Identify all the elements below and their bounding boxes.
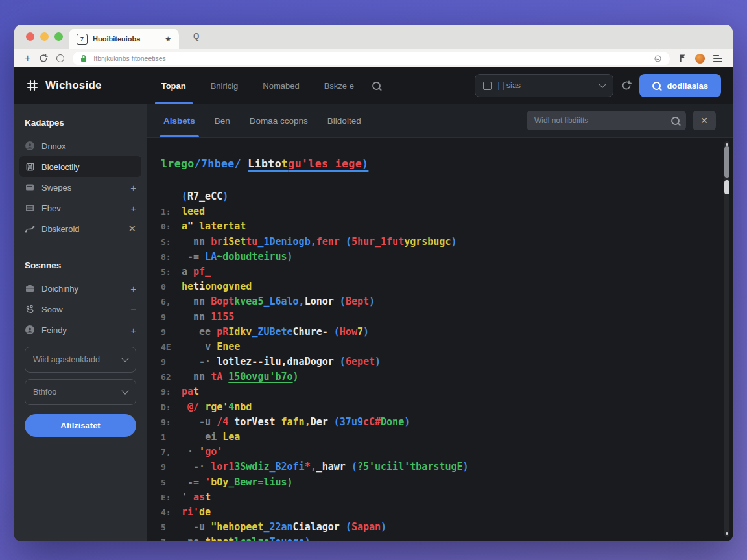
line-number: 9: [161, 460, 182, 474]
main-tab-2[interactable]: Domaa ccopns: [250, 104, 308, 137]
main-search-box[interactable]: [527, 111, 686, 130]
line-number: 1:: [161, 204, 182, 219]
code-segment: lcalzo: [234, 536, 269, 541]
code-line: 7, · 'go': [161, 445, 713, 460]
sidebar-item-action[interactable]: −: [130, 304, 136, 315]
refresh-icon[interactable]: [621, 80, 632, 91]
shield-icon[interactable]: [56, 54, 64, 62]
sidebar-item-action[interactable]: ✕: [128, 223, 136, 235]
scrollbar-thumb[interactable]: [724, 146, 729, 178]
search-icon: [652, 82, 661, 90]
main-tab-1[interactable]: Ben: [215, 104, 230, 137]
close-panel-button[interactable]: ✕: [693, 111, 716, 130]
sidebar-item-dnnox[interactable]: Dnnox: [19, 135, 141, 156]
browser-menu-icon[interactable]: [713, 55, 722, 62]
code-segment: ygrsbugc: [404, 236, 451, 248]
line-number: 5:: [161, 264, 182, 279]
new-tab-icon[interactable]: +: [25, 53, 30, 64]
code-segment: 5hur_1fut: [351, 236, 404, 248]
code-segment: go': [205, 446, 222, 458]
code-line: E:' ast: [161, 490, 713, 505]
code-segment: (: [351, 461, 357, 472]
sidebar-item-action[interactable]: +: [130, 203, 136, 214]
code-segment: ·: [187, 446, 199, 458]
profile-avatar[interactable]: [695, 54, 705, 64]
browser-tab[interactable]: 7 Huoibiteuioba ★: [69, 29, 179, 49]
window-icon: [483, 82, 492, 90]
nav-label: Bnirlclg: [211, 81, 239, 91]
sidebar-item-feindy[interactable]: Feindy+: [19, 320, 141, 340]
header-search-icon[interactable]: [372, 82, 381, 90]
filter-select-value: | | sias: [497, 81, 594, 90]
code-segment: [182, 476, 187, 488]
code-segment: /4: [217, 416, 234, 428]
adjacent-tab-icon[interactable]: Q: [193, 32, 199, 41]
nav-label: Bskze e: [324, 81, 354, 91]
code-segment: _1Deniogb,: [257, 236, 316, 248]
line-number: 9: [161, 310, 182, 325]
header-nav-item-1[interactable]: Bnirlclg: [211, 67, 239, 104]
code-segment: v: [205, 341, 217, 353]
filter-select[interactable]: | | sias: [475, 74, 613, 97]
tab-star-icon[interactable]: ★: [165, 35, 171, 43]
bookmark-icon[interactable]: [654, 54, 662, 63]
code-segment: nn: [193, 371, 211, 382]
sidebar-dropdown-1[interactable]: Wiid agastenkfadd: [25, 347, 136, 373]
sidebar-item-dbskeroid[interactable]: Dbskeroid✕: [19, 218, 141, 239]
extension-flag-icon[interactable]: [678, 54, 687, 63]
line-number: 9: [161, 355, 182, 369]
code-segment: onogvned: [205, 281, 252, 292]
apply-button[interactable]: Afilzisatet: [25, 414, 136, 437]
zoom-window-button[interactable]: [54, 32, 63, 41]
header-nav-item-3[interactable]: Bskze e: [324, 67, 354, 104]
code-title-segment: /7hbee/: [195, 158, 248, 170]
code-segment: 150ovgu'b7o: [228, 371, 292, 382]
code-segment: 1155: [211, 311, 234, 323]
url-bar[interactable]: [73, 52, 670, 65]
header-nav-item-2[interactable]: Nomabed: [263, 67, 299, 104]
code-segment: -=: [187, 251, 205, 262]
main-search-input[interactable]: [533, 115, 666, 126]
app-brand[interactable]: Wichoside: [26, 79, 102, 92]
code-segment: thnet: [205, 536, 234, 541]
sidebar-item-ebev[interactable]: Ebev+: [19, 198, 141, 218]
code-segment: [182, 446, 187, 458]
primary-search-button[interactable]: dodliasias: [639, 74, 721, 97]
main-tab-3[interactable]: Blidoited: [327, 104, 361, 137]
sidebar-item-swepes[interactable]: Swepes+: [19, 177, 141, 198]
main-tab-0[interactable]: Alsbets: [163, 104, 195, 137]
scrollbar-thumb-bright[interactable]: [724, 180, 729, 194]
sidebar-dropdown-2[interactable]: Bthfoo: [25, 379, 136, 405]
sidebar-item-action[interactable]: +: [130, 182, 136, 193]
line-number: 0: [161, 279, 182, 294]
code-segment: [182, 311, 193, 323]
scrollbar-track[interactable]: [724, 141, 729, 537]
code-segment: (: [340, 356, 346, 368]
sidebar-item-soow[interactable]: Soow−: [19, 299, 141, 320]
window-controls: [26, 32, 63, 41]
code-segment: Cialagor: [293, 521, 346, 533]
brand-name: Wichoside: [45, 79, 102, 92]
code-segment: LA: [205, 251, 217, 262]
minimize-window-button[interactable]: [40, 32, 49, 41]
nav-label: Topan: [161, 81, 186, 91]
url-input[interactable]: [92, 54, 648, 63]
sidebar-item-bioeloctily[interactable]: Bioeloctily: [19, 156, 141, 177]
code-title-segment: gu: [288, 158, 302, 170]
code-title[interactable]: lrego/7hbee/ Libtotgu'les iege): [161, 158, 713, 170]
code-segment: ': [199, 446, 205, 458]
sidebar-item-doichinhy[interactable]: Doichinhy+: [19, 278, 141, 299]
code-segment: -u: [193, 521, 211, 533]
tab-title: Huoibiteuioba: [93, 35, 160, 43]
code-segment: Chure-: [293, 326, 334, 338]
reload-icon[interactable]: [39, 54, 48, 63]
sidebar-item-label: Feindy: [42, 325, 124, 335]
code-segment: ee: [199, 326, 217, 338]
sidebar-item-action[interactable]: +: [130, 325, 136, 336]
code-segment: _22an: [263, 521, 292, 533]
sidebar-item-action[interactable]: +: [130, 283, 136, 294]
code-line: 62 nn tA 150ovgu'b7o): [161, 369, 713, 384]
header-nav-item-0[interactable]: Topan: [161, 67, 186, 104]
code-line: 9 ee pRIdkv_ZUBeteChure- (How7): [161, 325, 713, 340]
close-window-button[interactable]: [26, 32, 34, 41]
